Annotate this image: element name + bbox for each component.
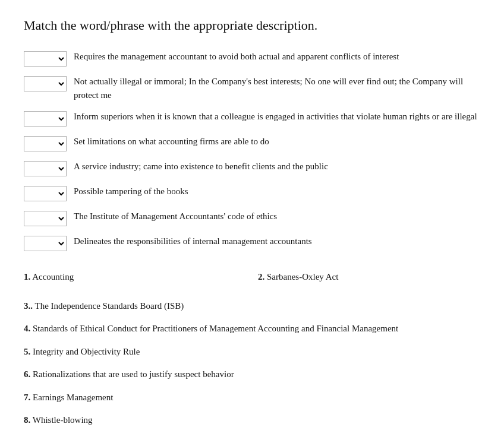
answer-item-6: 6. Rationalizations that are used to jus… bbox=[24, 368, 480, 381]
answer-item-3: 3.. The Independence Standards Board (IS… bbox=[24, 299, 480, 313]
answer-number-4: 4. bbox=[24, 324, 30, 333]
answer-item-8: 8. Whistle-blowing bbox=[24, 413, 480, 427]
answer-number-6: 6. bbox=[24, 369, 30, 379]
dropdown-5[interactable]: 1 2 3 4 5 6 7 8 bbox=[24, 161, 67, 176]
answer-item-1: 1. Accounting bbox=[24, 270, 246, 284]
dropdown-wrapper-4[interactable]: 1 2 3 4 5 6 7 8 bbox=[24, 136, 67, 151]
dropdown-2[interactable]: 1 2 3 4 5 6 7 8 bbox=[24, 76, 67, 91]
answer-number-8: 8. bbox=[24, 415, 30, 425]
answer-number-7: 7. bbox=[24, 393, 30, 402]
match-text-8: Delineates the responsibilities of inter… bbox=[74, 235, 480, 248]
dropdown-wrapper-1[interactable]: 1 2 3 4 5 6 7 8 bbox=[24, 51, 67, 67]
dropdown-7[interactable]: 1 2 3 4 5 6 7 8 bbox=[24, 211, 67, 226]
dropdown-8[interactable]: 1 2 3 4 5 6 7 8 bbox=[24, 236, 67, 251]
dropdown-wrapper-3[interactable]: 1 2 3 4 5 6 7 8 bbox=[24, 111, 67, 126]
matching-section: 1 2 3 4 5 6 7 8 Requires the management … bbox=[24, 50, 480, 251]
answer-label-2: Sarbanes-Oxley Act bbox=[267, 272, 338, 281]
answer-item-7: 7. Earnings Management bbox=[24, 391, 480, 404]
dropdown-3[interactable]: 1 2 3 4 5 6 7 8 bbox=[24, 111, 67, 126]
answer-number-5: 5. bbox=[24, 347, 30, 356]
answer-inline-pair: 1. Accounting 2. Sarbanes-Oxley Act bbox=[24, 270, 480, 293]
answer-number-2: 2. bbox=[258, 272, 264, 281]
match-text-3: Inform superiors when it is known that a… bbox=[74, 110, 480, 124]
answer-item-4: 4. Standards of Ethical Conduct for Prac… bbox=[24, 322, 480, 336]
match-text-1: Requires the management accountant to av… bbox=[74, 50, 480, 64]
answer-label-7: Earnings Management bbox=[33, 393, 113, 402]
answer-label-8: Whistle-blowing bbox=[33, 415, 93, 425]
match-text-5: A service industry; came into existence … bbox=[74, 160, 480, 173]
match-row-4: 1 2 3 4 5 6 7 8 Set limitations on what … bbox=[24, 135, 480, 151]
dropdown-wrapper-8[interactable]: 1 2 3 4 5 6 7 8 bbox=[24, 236, 67, 251]
match-row-8: 1 2 3 4 5 6 7 8 Delineates the responsib… bbox=[24, 235, 480, 251]
dropdown-wrapper-7[interactable]: 1 2 3 4 5 6 7 8 bbox=[24, 211, 67, 226]
answer-item-2: 2. Sarbanes-Oxley Act bbox=[258, 270, 480, 284]
page-title: Match the word/phrase with the appropria… bbox=[24, 18, 480, 33]
match-row-3: 1 2 3 4 5 6 7 8 Inform superiors when it… bbox=[24, 110, 480, 126]
answer-number-1: 1. bbox=[24, 272, 30, 281]
dropdown-wrapper-5[interactable]: 1 2 3 4 5 6 7 8 bbox=[24, 161, 67, 176]
dropdown-1[interactable]: 1 2 3 4 5 6 7 8 bbox=[24, 51, 67, 67]
match-text-2: Not actually illegal or immoral; In the … bbox=[74, 75, 480, 102]
dropdown-4[interactable]: 1 2 3 4 5 6 7 8 bbox=[24, 136, 67, 151]
match-row-1: 1 2 3 4 5 6 7 8 Requires the management … bbox=[24, 50, 480, 67]
match-text-7: The Institute of Management Accountants'… bbox=[74, 210, 480, 223]
dropdown-6[interactable]: 1 2 3 4 5 6 7 8 bbox=[24, 186, 67, 201]
answer-item-5: 5. Integrity and Objectivity Rule bbox=[24, 345, 480, 359]
answer-label-1: Accounting bbox=[32, 272, 74, 281]
dropdown-wrapper-6[interactable]: 1 2 3 4 5 6 7 8 bbox=[24, 186, 67, 201]
answer-label-6: Rationalizations that are used to justif… bbox=[33, 369, 234, 379]
match-row-7: 1 2 3 4 5 6 7 8 The Institute of Managem… bbox=[24, 210, 480, 226]
answer-label-3: The Independence Standards Board (ISB) bbox=[34, 301, 184, 311]
answer-label-5: Integrity and Objectivity Rule bbox=[33, 347, 140, 356]
answer-number-3: 3.. bbox=[24, 301, 33, 311]
dropdown-wrapper-2[interactable]: 1 2 3 4 5 6 7 8 bbox=[24, 76, 67, 91]
match-text-4: Set limitations on what accounting firms… bbox=[74, 135, 480, 148]
answer-list: 1. Accounting 2. Sarbanes-Oxley Act 3.. … bbox=[24, 270, 480, 427]
match-text-6: Possible tampering of the books bbox=[74, 185, 480, 198]
answer-label-4: Standards of Ethical Conduct for Practit… bbox=[33, 324, 398, 333]
match-row-6: 1 2 3 4 5 6 7 8 Possible tampering of th… bbox=[24, 185, 480, 201]
match-row-5: 1 2 3 4 5 6 7 8 A service industry; came… bbox=[24, 160, 480, 176]
match-row-2: 1 2 3 4 5 6 7 8 Not actually illegal or … bbox=[24, 75, 480, 102]
